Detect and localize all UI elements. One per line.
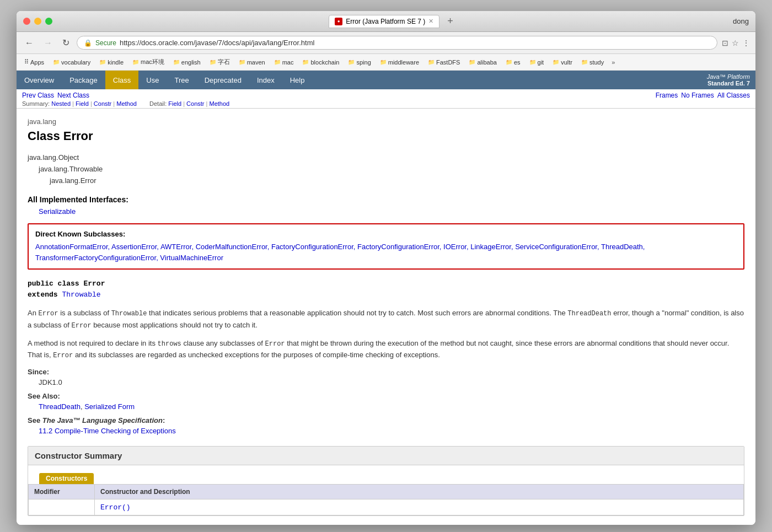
bookmark-vocabulary[interactable]: 📁 vocabulary [50,58,94,67]
forward-button[interactable]: → [41,37,55,49]
nav-package[interactable]: Package [62,71,105,89]
apps-grid-icon: ⠿ [24,58,29,66]
nav-class[interactable]: Class [105,71,139,89]
package-name: java.lang [28,117,744,126]
extends-keyword: extends [28,291,62,299]
refresh-button[interactable]: ↻ [60,36,72,49]
url-bar[interactable]: 🔒 Secure https://docs.oracle.com/javase/… [77,36,717,50]
subclasses-text[interactable]: AnnotationFormatError, AssertionError, A… [35,243,645,262]
close-button[interactable] [23,18,30,25]
thread-death-link[interactable]: ThreadDeath [39,402,81,411]
bookmark-vultr[interactable]: 📁 vultr [549,58,576,67]
serialized-form-link[interactable]: Serialized Form [84,402,135,411]
spec-link[interactable]: 11.2 Compile-Time Checking of Exceptions [39,427,176,435]
url-text: https://docs.oracle.com/javase/7/docs/ap… [120,39,710,47]
constructors-table: Modifier Constructor and Description Err… [28,484,744,515]
tab-close-icon[interactable]: ✕ [428,18,433,25]
nav-index[interactable]: Index [249,71,282,89]
detail-field[interactable]: Field [168,100,181,107]
bookmark-git[interactable]: 📁 git [526,58,548,67]
nav-tree[interactable]: Tree [167,71,196,89]
url-actions: ⊡ ☆ ⋮ [722,39,750,47]
summary-method[interactable]: Method [116,100,137,107]
bookmark-vultr-label: vultr [561,59,572,66]
detail-constr[interactable]: Constr [186,100,204,107]
nav-overview[interactable]: Overview [17,71,62,89]
user-name: dong [733,17,749,25]
constructors-tab[interactable]: Constructors [39,473,94,484]
hierarchy-level-3: java.lang.Error [50,175,744,187]
summary-field[interactable]: Field [76,100,89,107]
bookmark-mac-env[interactable]: 📁 mac环境 [129,57,168,67]
bookmark-icon[interactable]: ☆ [732,39,739,47]
bookmark-mac[interactable]: 📁 mac [271,58,297,67]
folder-icon: 📁 [53,59,60,65]
maximize-button[interactable] [45,18,52,25]
nav-deprecated[interactable]: Deprecated [197,71,249,89]
subclasses-header: Direct Known Subclasses: [35,230,737,238]
all-classes-link[interactable]: All Classes [717,92,750,99]
tab-favicon: ● [335,18,342,25]
class-title: Class Error [28,129,744,143]
bookmark-kindle[interactable]: 📁 kindle [96,58,127,67]
error-constructor-link[interactable]: Error() [100,503,131,512]
bookmark-study[interactable]: 📁 study [578,58,607,67]
bookmark-alibaba-label: alibaba [477,59,496,66]
folder-icon: 📁 [210,59,216,65]
interface-list: Serializable [39,207,744,216]
nav-help[interactable]: Help [282,71,313,89]
throwable-link[interactable]: Throwable [62,291,100,299]
bookmark-english[interactable]: 📁 english [170,58,204,67]
tab-bar: ● Error (Java Platform SE 7 ) ✕ + [52,14,733,28]
menu-icon[interactable]: ⋮ [742,39,750,47]
prev-class-link[interactable]: Prev Class [22,92,54,99]
folder-icon: 📁 [274,59,281,65]
bookmark-english-label: english [181,59,201,66]
bookmark-blockchain[interactable]: 📁 blockchain [299,58,342,67]
constructor-summary-title: Constructor Summary [28,447,744,465]
class-nav-row: Prev Class Next Class Frames No Frames A… [22,92,750,99]
bookmark-es[interactable]: 📁 es [502,58,524,67]
next-class-link[interactable]: Next Class [57,92,89,99]
since-label: Since: [28,368,744,376]
serializable-link[interactable]: Serializable [39,207,76,216]
bookmark-sping[interactable]: 📁 sping [345,58,374,67]
description-2: A method is not required to declare in i… [28,338,744,361]
bookmark-sping-label: sping [356,59,371,66]
summary-nested[interactable]: Nested [51,100,71,107]
bookmark-apps[interactable]: ⠿ Apps [21,57,47,67]
bookmark-zishi[interactable]: 📁 字石 [206,57,233,67]
bookmark-maven[interactable]: 📁 maven [235,58,269,67]
bookmark-vocabulary-label: vocabulary [61,59,90,66]
spec-label: See The Java™ Language Specification: [28,416,744,424]
nav-use[interactable]: Use [138,71,167,89]
folder-icon: 📁 [553,59,559,65]
detail-method[interactable]: Method [209,100,229,107]
bookmark-fastdfs-label: FastDFS [436,59,460,66]
folder-icon: 📁 [239,59,245,65]
bookmark-middleware[interactable]: 📁 middleware [377,58,422,67]
cast-icon[interactable]: ⊡ [722,39,728,47]
active-tab[interactable]: ● Error (Java Platform SE 7 ) ✕ [329,15,439,28]
folder-icon: 📁 [173,59,180,65]
secure-label: Secure [95,39,116,47]
bookmarks-more[interactable]: » [609,58,617,67]
summary-constr[interactable]: Constr [94,100,111,107]
bookmark-maven-label: maven [247,59,265,66]
no-frames-link[interactable]: No Frames [681,92,714,99]
new-tab-button[interactable]: + [444,14,457,28]
public-keyword: public class [28,280,83,288]
bookmark-fastdfs[interactable]: 📁 FastDFS [425,58,463,67]
java-brand: Java™ Platform Standard Ed. 7 [707,71,750,89]
frames-link[interactable]: Frames [656,92,678,99]
folder-icon: 📁 [428,59,435,65]
modifier-column-header: Modifier [29,485,95,499]
spec-value: 11.2 Compile-Time Checking of Exceptions [39,427,744,435]
minimize-button[interactable] [34,18,41,25]
back-button[interactable]: ← [22,37,36,49]
bookmark-apps-label: Apps [30,59,44,66]
folder-icon: 📁 [302,59,309,65]
constructor-desc-cell: Error() [95,499,744,515]
bookmark-alibaba[interactable]: 📁 alibaba [465,58,500,67]
folder-icon: 📁 [469,59,475,65]
